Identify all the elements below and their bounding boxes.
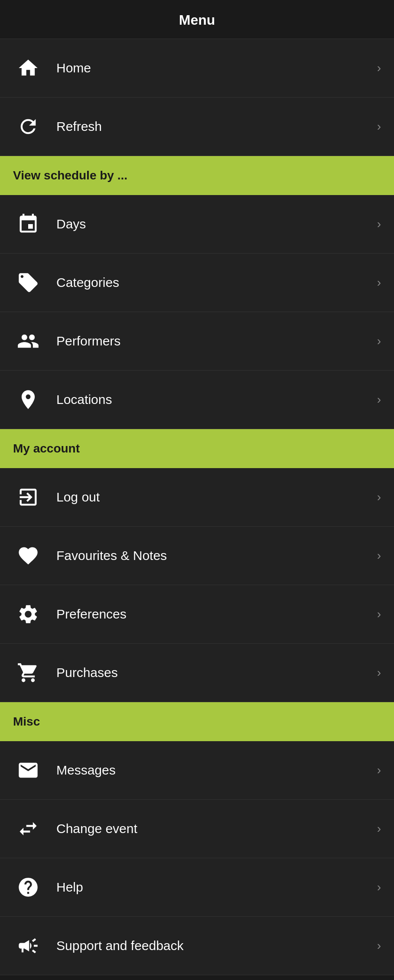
menu-item-performers[interactable]: Performers › xyxy=(0,312,394,371)
menu-item-change-event[interactable]: Change event › xyxy=(0,800,394,858)
support-label: Support and feedback xyxy=(56,938,373,953)
help-label: Help xyxy=(56,880,373,895)
section-misc-title: Misc xyxy=(13,715,40,729)
section-view-schedule-title: View schedule by ... xyxy=(13,169,127,182)
tag-icon xyxy=(13,267,43,298)
menu-item-locations[interactable]: Locations › xyxy=(0,371,394,429)
change-event-label: Change event xyxy=(56,821,373,836)
calendar-icon xyxy=(13,209,43,239)
heart-icon xyxy=(13,540,43,571)
home-chevron: › xyxy=(377,61,381,75)
envelope-icon xyxy=(13,755,43,785)
locations-chevron: › xyxy=(377,393,381,407)
section-my-account: My account xyxy=(0,429,394,468)
logout-chevron: › xyxy=(377,490,381,504)
categories-chevron: › xyxy=(377,276,381,290)
home-label: Home xyxy=(56,61,373,75)
refresh-chevron: › xyxy=(377,120,381,133)
location-icon xyxy=(13,384,43,415)
menu-item-refresh[interactable]: Refresh › xyxy=(0,98,394,156)
performers-icon xyxy=(13,326,43,356)
help-chevron: › xyxy=(377,880,381,894)
logout-icon xyxy=(13,482,43,512)
menu-item-days[interactable]: Days › xyxy=(0,195,394,254)
menu-item-support[interactable]: Support and feedback › xyxy=(0,917,394,975)
preferences-chevron: › xyxy=(377,607,381,621)
menu-item-help[interactable]: Help › xyxy=(0,858,394,917)
home-icon xyxy=(13,53,43,83)
performers-chevron: › xyxy=(377,334,381,348)
messages-label: Messages xyxy=(56,763,373,778)
menu-item-messages[interactable]: Messages › xyxy=(0,741,394,800)
section-view-schedule: View schedule by ... xyxy=(0,156,394,195)
section-misc: Misc xyxy=(0,702,394,741)
refresh-label: Refresh xyxy=(56,119,373,134)
page-title: Menu xyxy=(179,12,215,28)
menu-item-purchases[interactable]: Purchases › xyxy=(0,644,394,702)
favourites-label: Favourites & Notes xyxy=(56,548,373,563)
change-event-chevron: › xyxy=(377,822,381,836)
logout-label: Log out xyxy=(56,490,373,505)
performers-label: Performers xyxy=(56,334,373,348)
settings-icon xyxy=(13,599,43,629)
support-chevron: › xyxy=(377,939,381,953)
menu-item-home[interactable]: Home › xyxy=(0,39,394,98)
swap-icon xyxy=(13,814,43,844)
days-label: Days xyxy=(56,217,373,231)
menu-item-categories[interactable]: Categories › xyxy=(0,254,394,312)
cart-icon xyxy=(13,658,43,688)
categories-label: Categories xyxy=(56,275,373,290)
menu-item-logout[interactable]: Log out › xyxy=(0,468,394,527)
preferences-label: Preferences xyxy=(56,607,373,622)
purchases-label: Purchases xyxy=(56,665,373,680)
megaphone-icon xyxy=(13,931,43,961)
section-my-account-title: My account xyxy=(13,442,80,456)
messages-chevron: › xyxy=(377,763,381,777)
days-chevron: › xyxy=(377,217,381,231)
help-icon xyxy=(13,872,43,902)
locations-label: Locations xyxy=(56,392,373,407)
purchases-chevron: › xyxy=(377,666,381,680)
menu-item-preferences[interactable]: Preferences › xyxy=(0,585,394,644)
favourites-chevron: › xyxy=(377,549,381,563)
app-header: Menu xyxy=(0,0,394,39)
menu-item-favourites[interactable]: Favourites & Notes › xyxy=(0,527,394,585)
refresh-icon xyxy=(13,111,43,142)
